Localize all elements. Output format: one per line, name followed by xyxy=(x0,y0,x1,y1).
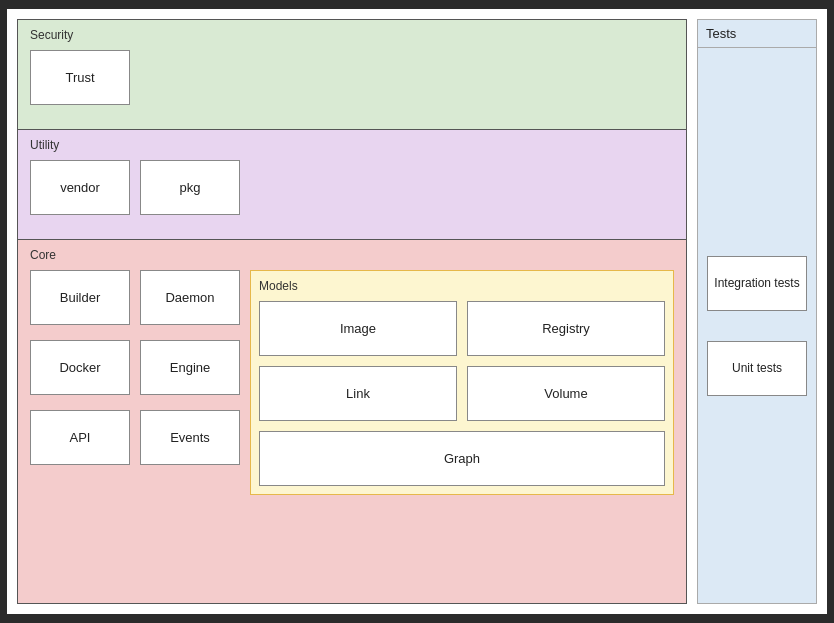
security-items: Trust xyxy=(30,50,674,105)
core-inner: Builder Daemon Docker Engine API xyxy=(30,270,674,495)
core-section: Core Builder Daemon Docker Engine xyxy=(18,240,686,603)
builder-label: Builder xyxy=(60,290,100,305)
models-label: Models xyxy=(259,279,665,293)
builder-box: Builder xyxy=(30,270,130,325)
events-label: Events xyxy=(170,430,210,445)
daemon-label: Daemon xyxy=(165,290,214,305)
utility-section: Utility vendor pkg xyxy=(18,130,686,240)
volume-label: Volume xyxy=(544,386,587,401)
engine-label: Engine xyxy=(170,360,210,375)
tests-content: Integration tests Unit tests xyxy=(698,48,816,603)
link-label: Link xyxy=(346,386,370,401)
volume-box: Volume xyxy=(467,366,665,421)
graph-box: Graph xyxy=(259,431,665,486)
registry-box: Registry xyxy=(467,301,665,356)
api-label: API xyxy=(70,430,91,445)
docker-box: Docker xyxy=(30,340,130,395)
security-label: Security xyxy=(30,28,674,42)
models-section: Models Image Registry Link Volume xyxy=(250,270,674,495)
image-label: Image xyxy=(340,321,376,336)
link-box: Link xyxy=(259,366,457,421)
vendor-label: vendor xyxy=(60,180,100,195)
docker-label: Docker xyxy=(59,360,100,375)
security-section: Security Trust xyxy=(18,20,686,130)
core-left-grid: Builder Daemon Docker Engine API xyxy=(30,270,240,495)
integration-tests-box: Integration tests xyxy=(707,256,807,311)
models-grid: Image Registry Link Volume Graph xyxy=(259,301,665,486)
trust-box: Trust xyxy=(30,50,130,105)
unit-tests-box: Unit tests xyxy=(707,341,807,396)
events-box: Events xyxy=(140,410,240,465)
image-box: Image xyxy=(259,301,457,356)
right-panel: Tests Integration tests Unit tests xyxy=(697,19,817,604)
integration-tests-label: Integration tests xyxy=(714,276,799,290)
left-panel: Security Trust Utility vendor pkg Core xyxy=(17,19,687,604)
tests-title: Tests xyxy=(698,20,816,48)
pkg-label: pkg xyxy=(180,180,201,195)
graph-label: Graph xyxy=(444,451,480,466)
pkg-box: pkg xyxy=(140,160,240,215)
registry-label: Registry xyxy=(542,321,590,336)
engine-box: Engine xyxy=(140,340,240,395)
unit-tests-label: Unit tests xyxy=(732,361,782,375)
core-label: Core xyxy=(30,248,674,262)
utility-items: vendor pkg xyxy=(30,160,674,215)
daemon-box: Daemon xyxy=(140,270,240,325)
trust-label: Trust xyxy=(65,70,94,85)
utility-label: Utility xyxy=(30,138,674,152)
vendor-box: vendor xyxy=(30,160,130,215)
canvas: Security Trust Utility vendor pkg Core xyxy=(7,9,827,614)
api-box: API xyxy=(30,410,130,465)
